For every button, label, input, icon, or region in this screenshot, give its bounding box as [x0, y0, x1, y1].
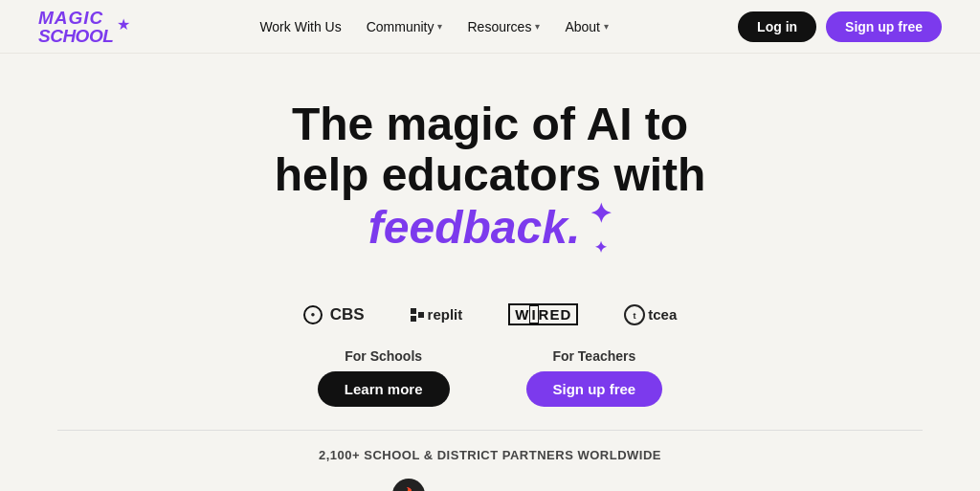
- wired-text: WIRED: [515, 305, 571, 324]
- nav-about[interactable]: About ▾: [555, 13, 618, 40]
- tcea-text: tcea: [648, 306, 677, 323]
- nav-resources[interactable]: Resources ▾: [457, 13, 549, 40]
- partners-logos: ✦ ADAMS 14 🍎 IOWA CITYCOMMUNITYSCHOOL DI…: [0, 478, 980, 491]
- logo[interactable]: MaGiC ScHooL ★: [38, 9, 130, 45]
- community-chevron-icon: ▾: [437, 21, 442, 32]
- hero-section: The magic of AI to help educators with f…: [0, 54, 980, 284]
- nav-work-with-us[interactable]: Work With Us: [250, 13, 350, 40]
- hero-stars: ✦ ✦: [590, 201, 612, 257]
- replit-logo: replit: [411, 306, 463, 323]
- schools-label: For Schools: [345, 348, 422, 364]
- svg-text:t: t: [634, 311, 636, 321]
- partners-title: 2,100+ SCHOOL & DISTRICT PARTNERS WORLDW…: [0, 448, 980, 462]
- schools-cta: For Schools Learn more: [318, 348, 450, 407]
- kenosha-flame-icon: 🔥: [391, 478, 426, 491]
- tcea-circle-icon: t: [624, 304, 645, 325]
- replit-text: replit: [428, 306, 463, 323]
- hero-title-line1: The magic of AI to: [292, 99, 688, 149]
- hero-title: The magic of AI to help educators with f…: [19, 100, 961, 256]
- svg-rect-2: [411, 316, 416, 322]
- nav-actions: Log in Sign up free: [738, 11, 942, 42]
- nav-community[interactable]: Community ▾: [357, 13, 453, 40]
- cbs-logo: ● CBS: [303, 305, 365, 324]
- tcea-logo: t tcea: [624, 304, 677, 325]
- learn-more-button[interactable]: Learn more: [318, 371, 450, 407]
- partner-kenosha: 🔥 Kenosha Unified SCHOOL DISTRICT: [326, 478, 490, 491]
- signup-free-button[interactable]: Sign up free: [526, 371, 663, 407]
- nav-links: Work With Us Community ▾ Resources ▾ Abo…: [130, 13, 738, 40]
- signup-button[interactable]: Sign up free: [826, 11, 942, 42]
- press-logos: ● CBS replit WIRED t tcea: [0, 284, 980, 343]
- cbs-text: CBS: [330, 305, 365, 324]
- login-button[interactable]: Log in: [738, 11, 816, 42]
- resources-chevron-icon: ▾: [535, 21, 540, 32]
- hero-title-line2: help educators with: [275, 149, 706, 200]
- about-chevron-icon: ▾: [604, 21, 609, 32]
- svg-rect-1: [418, 312, 424, 318]
- cta-section: For Schools Learn more For Teachers Sign…: [0, 343, 980, 426]
- partners-section: 2,100+ SCHOOL & DISTRICT PARTNERS WORLDW…: [0, 431, 980, 491]
- svg-text:🔥: 🔥: [400, 487, 417, 491]
- star-small-icon: ✦: [594, 239, 607, 257]
- hero-title-word: feedback.: [368, 203, 580, 254]
- teachers-label: For Teachers: [552, 348, 635, 364]
- svg-rect-0: [411, 308, 416, 314]
- cbs-circle-icon: ●: [303, 305, 323, 324]
- navbar: MaGiC ScHooL ★ Work With Us Community ▾ …: [0, 0, 980, 54]
- wired-logo: WIRED: [508, 303, 578, 325]
- teachers-cta: For Teachers Sign up free: [526, 348, 663, 407]
- kenosha-logo: 🔥 Kenosha Unified SCHOOL DISTRICT: [370, 478, 446, 491]
- replit-icon: [411, 308, 424, 322]
- star-big-icon: ✦: [590, 201, 612, 228]
